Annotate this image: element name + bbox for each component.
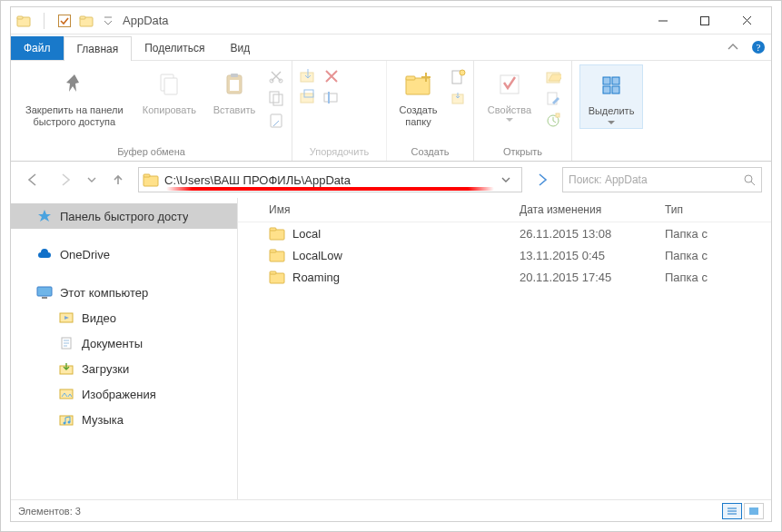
- tree-videos[interactable]: Видео: [11, 305, 237, 330]
- col-name[interactable]: Имя: [247, 203, 520, 216]
- explorer-window: AppData Файл Главная Поделиться Вид ?: [0, 0, 782, 532]
- file-name: LocalLow: [292, 249, 342, 262]
- delete-icon[interactable]: [322, 66, 342, 86]
- file-date: 13.11.2015 0:45: [520, 249, 665, 262]
- copy-to-icon[interactable]: [298, 87, 318, 107]
- group-open-label: Открыть: [480, 144, 566, 159]
- search-input[interactable]: [569, 173, 743, 186]
- file-type: Папка с: [665, 249, 762, 262]
- downloads-icon: [58, 360, 74, 377]
- col-type[interactable]: Тип: [665, 203, 762, 216]
- tree-onedrive[interactable]: OneDrive: [11, 241, 237, 267]
- svg-rect-12: [230, 80, 239, 91]
- qat-checkbox-icon[interactable]: [57, 14, 72, 28]
- file-date: 26.11.2015 13:08: [520, 227, 665, 241]
- select-button[interactable]: Выделить: [579, 64, 643, 129]
- svg-rect-19: [301, 94, 313, 103]
- svg-rect-43: [42, 297, 47, 299]
- svg-rect-9: [164, 78, 177, 94]
- minimize-button[interactable]: [642, 7, 684, 34]
- file-name: Local: [292, 227, 321, 241]
- tab-home[interactable]: Главная: [64, 36, 133, 61]
- svg-rect-36: [612, 77, 619, 84]
- svg-rect-42: [37, 287, 52, 296]
- file-list[interactable]: Имя Дата изменения Тип Local26.11.2015 1…: [238, 198, 771, 499]
- folder-icon: [143, 172, 159, 188]
- app-folder-icon: [16, 14, 31, 28]
- close-button[interactable]: [726, 7, 767, 34]
- tree-documents[interactable]: Документы: [11, 330, 237, 356]
- tree-music[interactable]: Музыка: [11, 407, 237, 432]
- search-box[interactable]: [562, 167, 762, 192]
- open-icon[interactable]: [543, 66, 563, 86]
- list-item[interactable]: Roaming20.11.2015 17:45Папка с: [238, 266, 771, 288]
- edit-icon[interactable]: [543, 88, 563, 108]
- videos-icon: [58, 310, 74, 326]
- address-bar[interactable]: [138, 167, 522, 192]
- folder-icon: [269, 248, 285, 262]
- svg-point-49: [64, 422, 66, 425]
- ribbon-tabstrip: Файл Главная Поделиться Вид ?: [11, 34, 771, 60]
- tab-share[interactable]: Поделиться: [132, 36, 217, 60]
- list-item[interactable]: LocalLow13.11.2015 0:45Папка с: [238, 244, 771, 266]
- maximize-button[interactable]: [684, 7, 726, 34]
- svg-rect-5: [701, 16, 709, 25]
- history-icon[interactable]: [543, 110, 563, 130]
- svg-rect-2: [59, 15, 71, 26]
- list-item[interactable]: Local26.11.2015 13:08Папка с: [238, 222, 771, 244]
- cut-icon[interactable]: [266, 66, 286, 86]
- status-text: Элементов: 3: [18, 506, 81, 517]
- rename-icon[interactable]: [322, 87, 342, 107]
- group-select-label: [578, 155, 645, 159]
- tab-file[interactable]: Файл: [11, 36, 64, 60]
- status-bar: Элементов: 3: [11, 499, 771, 521]
- new-item-icon[interactable]: [448, 66, 468, 86]
- svg-point-50: [68, 421, 71, 424]
- search-icon[interactable]: [743, 173, 756, 186]
- view-details-button[interactable]: [722, 503, 742, 519]
- tree-quick-access[interactable]: Панель быстрого досту: [11, 203, 237, 229]
- help-button[interactable]: ?: [746, 34, 771, 60]
- pc-icon: [36, 284, 53, 300]
- cloud-icon: [36, 246, 53, 262]
- back-button[interactable]: [20, 167, 45, 192]
- pin-to-quick-access-button[interactable]: Закрепить на панели быстрого доступа: [16, 64, 133, 127]
- tree-downloads[interactable]: Загрузки: [11, 356, 237, 381]
- collapse-ribbon-button[interactable]: [720, 34, 746, 60]
- properties-button[interactable]: Свойства: [480, 64, 539, 122]
- folder-icon: [269, 226, 285, 241]
- refresh-button[interactable]: [530, 167, 555, 192]
- move-to-icon[interactable]: [298, 66, 318, 86]
- copy-path-icon[interactable]: [266, 88, 286, 108]
- paste-shortcut-icon[interactable]: [266, 110, 286, 130]
- svg-rect-52: [270, 228, 276, 231]
- group-clipboard-label: Буфер обмена: [16, 144, 286, 159]
- recent-locations-button[interactable]: [85, 167, 98, 192]
- star-icon: [36, 208, 53, 224]
- easy-access-icon[interactable]: [448, 88, 468, 108]
- view-large-icons-button[interactable]: [744, 503, 764, 519]
- new-folder-button[interactable]: Создать папку: [392, 64, 444, 127]
- address-dropdown-icon[interactable]: [501, 175, 518, 184]
- tree-pictures[interactable]: Изображения: [11, 381, 237, 407]
- address-input[interactable]: [164, 173, 496, 187]
- svg-rect-40: [144, 174, 150, 177]
- nav-tree[interactable]: Панель быстрого досту OneDrive Этот комп…: [11, 198, 238, 499]
- forward-button[interactable]: [53, 167, 78, 192]
- copy-button[interactable]: Копировать: [136, 64, 203, 116]
- qat-dropdown-icon[interactable]: [101, 14, 115, 28]
- col-date[interactable]: Дата изменения: [520, 203, 665, 216]
- file-date: 20.11.2015 17:45: [520, 271, 665, 284]
- column-headers[interactable]: Имя Дата изменения Тип: [238, 198, 771, 222]
- tree-this-pc[interactable]: Этот компьютер: [11, 280, 237, 305]
- svg-rect-54: [270, 250, 276, 252]
- group-new-label: Создать: [392, 144, 468, 159]
- up-button[interactable]: [105, 167, 131, 192]
- svg-rect-55: [270, 273, 284, 283]
- paste-button[interactable]: Вставить: [206, 64, 262, 116]
- tab-view[interactable]: Вид: [217, 36, 262, 60]
- nav-bar: [11, 162, 771, 198]
- svg-rect-39: [144, 176, 158, 186]
- svg-rect-51: [270, 230, 284, 240]
- qat-folder-icon[interactable]: [79, 14, 94, 28]
